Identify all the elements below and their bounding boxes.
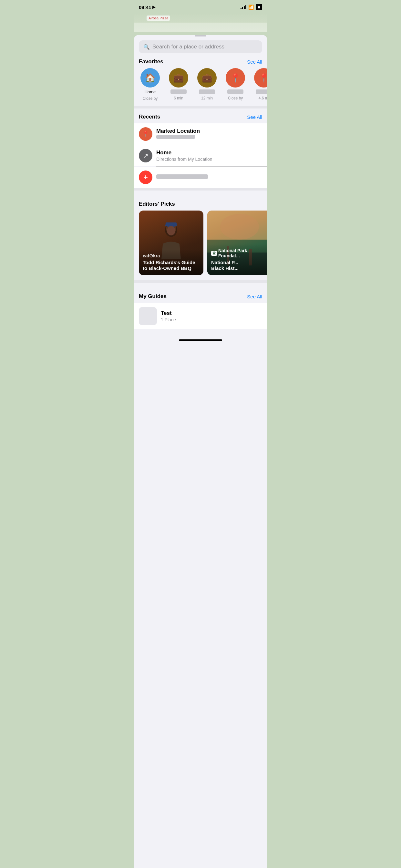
favorites-title: Favorites — [139, 58, 163, 65]
status-time: 09:41 ▶ — [139, 4, 155, 10]
add-icon: + — [139, 170, 152, 184]
editor-card-national[interactable]: 🏛 National Park Foundat... National P...… — [207, 211, 267, 275]
pin2-favorite-name — [256, 89, 267, 94]
home-directions-title: Home — [156, 150, 262, 156]
marked-location-title: Marked Location — [156, 128, 262, 134]
home-directions-icon: ↗ — [139, 149, 152, 162]
svg-point-4 — [167, 226, 175, 236]
wifi-icon: 📶 — [248, 4, 254, 10]
home-directions-text: Home Directions from My Location — [156, 150, 262, 162]
search-bar[interactable]: 🔍 Search for a place or address — [139, 40, 262, 53]
signal-icon — [241, 5, 246, 9]
home-favorite-icon: 🏠 — [141, 68, 160, 88]
national-card-title: National P...Black Hist... — [211, 259, 267, 271]
work2-favorite-name — [199, 89, 215, 94]
recents-header: Recents See All — [134, 114, 267, 123]
work2-favorite-icon: 💼 — [197, 68, 217, 88]
favorite-work2[interactable]: 💼 12 min — [196, 68, 218, 101]
section-separator-1 — [134, 106, 267, 108]
pin1-favorite-sub: Close by — [228, 96, 243, 100]
favorite-work1[interactable]: 💼 6 min — [167, 68, 190, 101]
sheet-handle — [195, 35, 206, 36]
recent-add-item[interactable]: + — [134, 166, 267, 188]
home-favorite-name: Home — [145, 89, 156, 94]
national-logo: 🏛 National Park Foundat... — [211, 248, 267, 258]
pin2-favorite-sub: 4.6 mi — [258, 96, 267, 100]
work2-favorite-sub: 12 min — [201, 96, 213, 100]
pin1-favorite-name — [227, 89, 243, 94]
recent-marked-location[interactable]: 📍 Marked Location — [134, 123, 267, 145]
map-label: Airosa Pizza — [147, 16, 170, 21]
work1-favorite-sub: 6 min — [174, 96, 183, 100]
eatokra-card-overlay: eat⊙kra Todd Richards's Guide to Black-O… — [139, 249, 204, 275]
editors-picks-section: Editors' Picks — [134, 196, 267, 280]
guide-name: Test — [161, 310, 262, 316]
marked-location-icon: 📍 — [139, 127, 152, 141]
pin2-favorite-icon: 📍 — [254, 68, 267, 88]
home-favorite-sub: Close by — [143, 96, 158, 101]
my-guides-header: My Guides See All — [134, 293, 267, 300]
location-arrow-icon: ▶ — [152, 5, 155, 9]
bottom-sheet: 🔍 Search for a place or address Favorite… — [134, 35, 267, 868]
favorites-list: 🏠 Home Close by 💼 6 min 💼 12 min 📍 Close… — [134, 68, 267, 106]
add-text — [156, 175, 262, 180]
work1-favorite-icon: 💼 — [169, 68, 188, 88]
eatokra-card-title: Todd Richards's Guide to Black-Owned BBQ — [143, 259, 199, 271]
status-bar: 09:41 ▶ 📶 ■ — [134, 0, 267, 13]
marked-location-sub — [156, 135, 262, 140]
time-display: 09:41 — [139, 4, 151, 10]
editors-picks-title: Editors' Picks — [134, 201, 267, 211]
status-icons: 📶 ■ — [241, 4, 262, 10]
marked-location-text: Marked Location — [156, 128, 262, 140]
favorite-pin1[interactable]: 📍 Close by — [224, 68, 247, 101]
pin1-favorite-icon: 📍 — [226, 68, 245, 88]
guide-test[interactable]: Test 1 Place — [134, 303, 267, 329]
section-separator-2 — [134, 188, 267, 190]
my-guides-section: My Guides See All Test 1 Place — [134, 288, 267, 334]
search-placeholder: Search for a place or address — [152, 43, 224, 50]
battery-icon: ■ — [256, 4, 262, 10]
editor-card-eatokra[interactable]: eat⊙kra Todd Richards's Guide to Black-O… — [139, 211, 204, 275]
favorite-pin2[interactable]: 📍 4.6 mi — [252, 68, 267, 101]
home-indicator — [179, 339, 222, 341]
search-icon: 🔍 — [143, 44, 150, 50]
guide-count: 1 Place — [161, 317, 262, 322]
svg-point-6 — [220, 214, 259, 240]
national-card-overlay: 🏛 National Park Foundat... National P...… — [207, 244, 267, 275]
favorites-header: Favorites See All — [134, 58, 267, 68]
recent-home-directions[interactable]: ↗ Home Directions from My Location — [134, 145, 267, 166]
recents-see-all[interactable]: See All — [247, 114, 262, 120]
home-directions-sub: Directions from My Location — [156, 157, 262, 162]
recents-title: Recents — [139, 114, 160, 120]
my-guides-see-all[interactable]: See All — [247, 294, 262, 299]
guide-thumbnail — [139, 307, 157, 325]
favorites-see-all[interactable]: See All — [247, 59, 262, 65]
editors-picks-list: eat⊙kra Todd Richards's Guide to Black-O… — [134, 211, 267, 280]
section-separator-3 — [134, 280, 267, 283]
my-guides-title: My Guides — [139, 293, 166, 300]
guide-text-block: Test 1 Place — [161, 310, 262, 322]
map-background: Airosa Pizza — [134, 13, 267, 32]
svg-rect-3 — [166, 222, 177, 226]
work1-favorite-name — [171, 89, 187, 94]
eatokra-logo: eat⊙kra — [143, 253, 199, 258]
favorite-home[interactable]: 🏠 Home Close by — [139, 68, 161, 101]
